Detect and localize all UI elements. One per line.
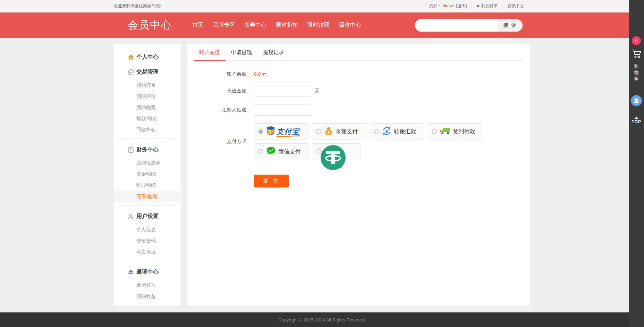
nav-recycle-center[interactable]: 回收中心 [339,22,361,29]
payment-tile-balance[interactable]: ¥ 余额支付 [312,123,366,140]
top-label: TOP [632,119,641,124]
search-button[interactable]: 搜 索 [498,19,523,32]
sidebar-item-my-orders[interactable]: 我的订单 [114,79,181,91]
recharge-form: 账户余额: 0.0 元 充值金额: 元 汇款人姓名: 支付方式: [194,61,523,187]
shopping-cart-icon[interactable] [631,49,642,60]
payment-method-label: 支付方式: [194,139,248,145]
submit-button[interactable]: 提 交 [254,175,289,187]
sidebar-item-user-settings[interactable]: 用户设置 [114,209,181,224]
sidebar-item-trade-management[interactable]: 交易管理 [114,65,181,79]
sidebar-item-points-details[interactable]: 积分明细 [114,179,181,191]
nav-group-buy[interactable]: 限时拼团 [307,22,330,29]
sidebar-item-personal-center[interactable]: 个人中心 [114,50,181,65]
yuan-square-icon: ¥ [127,146,134,153]
main-panel: 账户充值 申请提现 提现记录 账户余额: 0.0 元 充值金额: 元 汇款人姓名… [187,44,530,305]
payment-methods: 支付宝 ¥ 余额支付 ¥ [254,123,497,160]
tether-usdt-icon [321,145,346,170]
sidebar-item-my-coupons[interactable]: 我的优惠券 [114,157,181,168]
nav-brand-zone[interactable]: 品牌专区 [213,22,235,29]
my-orders-label: 我的订单 [481,3,498,8]
news-center-link[interactable]: 资讯中心 [502,3,530,9]
radio-cod[interactable] [432,129,437,134]
cart-label-char: 购 [634,63,639,69]
cart-label-char: 车 [634,76,639,82]
radio-alipay[interactable] [258,129,263,134]
payment-label: 余额支付 [336,128,358,135]
payment-tile-wechat[interactable]: 微信支付 [254,143,308,160]
amount-label: 充值金额: [194,88,248,94]
right-toolbar: 0 购 物 车 TOP [629,0,644,327]
sidebar-item-finance-center[interactable]: ¥ 财务中心 [114,142,181,157]
amount-input[interactable] [254,85,311,97]
topbar: 欢迎来到淘宝优惠券商城! 您好：dkewl [退出] ★我的订单 资讯中心 [0,0,644,12]
sidebar-item-my-favorites[interactable]: 我的收藏 [114,102,181,113]
radio-wechat[interactable] [258,149,263,154]
sidebar-item-change-password[interactable]: 修改密码 [114,235,181,246]
sidebar-section-label: 邀请中心 [136,268,159,276]
main-header: 会员中心 首页 品牌专区 领券中心 限时折扣 限时拼团 回收中心 搜 索 [0,12,644,38]
svg-text:¥: ¥ [328,130,330,135]
site-logo[interactable]: 会员中心 [128,18,172,32]
divider [119,261,176,261]
payment-label: 转账汇款 [394,128,416,135]
radio-bank-transfer[interactable] [374,129,379,134]
sidebar-item-recycle-center[interactable]: 回收中心 [114,124,181,135]
nav-flash-discount[interactable]: 限时折扣 [276,22,298,29]
customer-service-button[interactable] [631,95,642,106]
sidebar-item-recharge-withdraw[interactable]: 充值/提现 [114,191,181,202]
footer: Copyright © 2015-2024 All Rights Reserve… [0,312,644,327]
greeting-prefix: 您好： [429,3,442,8]
tab-withdraw-records[interactable]: 提现记录 [257,44,289,61]
wechat-icon [266,146,276,157]
alipay-logo-text: 支付宝 [277,127,299,136]
amount-unit: 元 [315,88,320,94]
username-link[interactable]: dkewl [443,3,454,8]
main-nav: 首页 品牌专区 领券中心 限时折扣 限时拼团 回收中心 [192,22,371,29]
divider [119,205,176,206]
sidebar-item-fund-details[interactable]: 资金明细 [114,168,181,179]
home-icon [127,54,134,60]
search-box: 搜 索 [415,19,523,32]
welcome-text: 欢迎来到淘宝优惠券商城! [114,3,161,9]
payment-tile-alipay[interactable]: 支付宝 [254,123,308,140]
alipay-shield-icon [266,126,275,137]
sidebar-item-my-earnings[interactable]: 我的收益 [114,291,181,302]
payer-name-input[interactable] [254,104,311,116]
sidebar-item-personal-info[interactable]: 个人信息 [114,224,181,235]
logout-link[interactable]: [退出] [456,3,467,8]
sidebar: 个人中心 交易管理 我的订单 我的评价 我的收藏 退款/退货 回收中心 ¥ 财务… [114,44,181,305]
payment-tile-usdt[interactable] [312,143,361,160]
radio-usdt[interactable] [316,149,321,154]
copyright-text: Copyright © 2015-2024 All Rights Reserve… [278,317,366,322]
svg-text:¥: ¥ [385,128,388,134]
balance-label: 账户余额: [194,71,248,77]
payment-tile-cod[interactable]: 货到付款 [428,123,482,140]
user-gear-icon [127,213,134,220]
star-icon: ★ [476,3,480,8]
cart-count-badge: 0 [632,36,641,45]
tabs: 账户充值 申请提现 提现记录 [194,44,523,61]
sidebar-item-my-reviews[interactable]: 我的评价 [114,91,181,102]
sidebar-item-invite-friends[interactable]: 邀请好友 [114,279,181,291]
payment-tile-bank-transfer[interactable]: ¥ 转账汇款 [370,123,424,140]
svg-text:¥: ¥ [130,148,132,152]
sidebar-section-label: 个人中心 [136,53,159,61]
payment-label: 微信支付 [278,148,300,156]
up-arrow-icon [635,117,638,119]
radio-balance[interactable] [316,129,321,134]
payer-name-label: 汇款人姓名: [194,107,248,113]
search-input[interactable] [415,19,498,32]
balance-value: 0.0 元 [254,71,267,77]
tab-apply-withdraw[interactable]: 申请提现 [226,44,257,61]
payment-label: 货到付款 [453,128,475,135]
back-to-top-button[interactable]: TOP [632,117,641,124]
nav-coupon-center[interactable]: 领券中心 [244,22,266,29]
nav-home[interactable]: 首页 [192,22,203,29]
tab-account-recharge[interactable]: 账户充值 [194,44,226,61]
sidebar-item-invite-center[interactable]: 邀请中心 [114,265,181,279]
sidebar-item-refund-return[interactable]: 退款/退货 [114,113,181,124]
exchange-icon [127,69,134,75]
user-greeting: 您好：dkewl [退出] [425,3,472,9]
my-orders-link[interactable]: ★我的订单 [471,3,502,9]
sidebar-item-shipping-address[interactable]: 收货地址 [114,246,181,257]
